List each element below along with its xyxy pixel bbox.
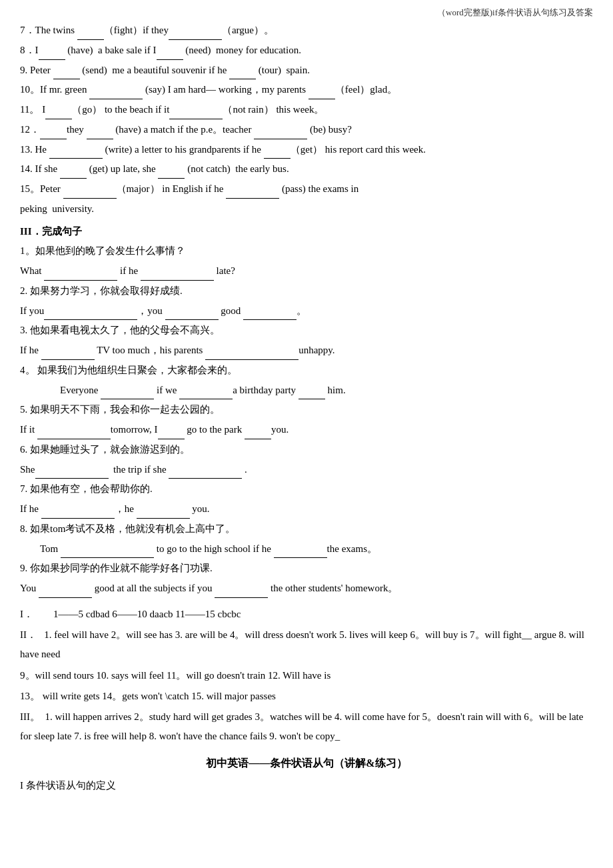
answer3-label: III。	[20, 711, 40, 722]
blank-s3-3a	[41, 350, 95, 360]
blank-s3-4b	[179, 389, 233, 399]
answer2-line2: 9。will send tours 10. says will feel 11。…	[20, 670, 330, 681]
q12: 12．they (have) a match if the p.e。teache…	[20, 121, 593, 139]
blank-s3-6a	[35, 469, 109, 479]
q7: 7．The twins （fight）if they（argue）。	[20, 21, 593, 40]
blank-9b	[229, 69, 256, 79]
s3-q1-en: What if he late?	[20, 262, 593, 281]
q8: 8．I (have) a bake sale if I (need) money…	[20, 41, 593, 60]
blank-8a	[39, 50, 65, 60]
answer1-content: 1——5 cdbad 6——10 daacb 11——15 cbcbc	[53, 609, 241, 619]
answer1-label: I．	[20, 609, 33, 619]
answer2-line3: 13。 will write gets 14。gets won't \catch…	[20, 691, 276, 701]
s3-q9-cn: 9. 你如果抄同学的作业就不能学好各门功课.	[20, 559, 593, 578]
s3-q2-en: If you，you good 。	[20, 302, 593, 321]
s3-q3-en: If he TV too much，his parents unhappy.	[20, 341, 593, 360]
blank-s3-2a	[44, 310, 137, 320]
answer-section2-line2: 9。will send tours 10. says will feel 11。…	[20, 666, 593, 685]
blank-s3-5c	[245, 429, 271, 439]
blank-s3-2c	[243, 310, 297, 320]
footer-section: I 条件状语从句的定义	[20, 777, 593, 795]
blank-10a	[89, 89, 143, 99]
main-content: 7．The twins （fight）if they（argue）。 8．I (…	[20, 21, 593, 795]
blank-15a	[63, 189, 117, 199]
blank-12b	[87, 129, 113, 139]
footer-subtitle: 初中英语——条件状语从句（讲解&练习）	[20, 753, 593, 773]
blank-11b	[169, 109, 223, 119]
blank-s3-8b	[274, 548, 327, 558]
blank-s3-7a	[41, 509, 115, 519]
blank-s3-8a	[61, 548, 154, 558]
page-header: （word完整版)if条件状语从句练习及答案	[20, 7, 593, 19]
blank-s3-5a	[37, 429, 111, 439]
blank-s3-5b	[158, 429, 185, 439]
blank-s3-1a	[44, 271, 117, 281]
answer-section3: III。 1. will happen arrives 2。study hard…	[20, 707, 593, 747]
answer-section1: I． 1——5 cdbad 6——10 daacb 11——15 cbcbc	[20, 605, 593, 624]
blank-s3-7b	[137, 509, 190, 519]
s3-q4-en: Everyone if we a birthday party him.	[20, 381, 593, 400]
s3-q1-cn: 1。如果他到的晚了会发生什么事情？	[20, 242, 593, 261]
s3-q5-cn: 5. 如果明天不下雨，我会和你一起去公园的。	[20, 401, 593, 419]
s3-q2-cn: 2. 如果努力学习，你就会取得好成绩.	[20, 282, 593, 301]
q13: 13. He (write) a letter to his grandpare…	[20, 141, 593, 159]
blank-13a	[49, 149, 103, 159]
s3-q7-cn: 7. 如果他有空，他会帮助你的.	[20, 480, 593, 499]
section3-title: III．完成句子	[20, 223, 593, 241]
subtitle-text: 初中英语——条件状语从句（讲解&练习）	[206, 757, 406, 769]
blank-s3-4a	[101, 389, 154, 399]
s3-q4-cn: 4。 如果我们为他组织生日聚会，大家都会来的。	[20, 361, 593, 380]
blank-s3-6b	[169, 469, 242, 479]
s3-q6-cn: 6. 如果她睡过头了，就会旅游迟到的。	[20, 441, 593, 459]
answer-section2-label: II． 1. feel will have 2。will see has 3. …	[20, 625, 593, 665]
blank-15b	[226, 189, 279, 199]
blank-11a	[45, 109, 72, 119]
s3-q8-en: Tom to go to the high school if he the e…	[20, 540, 593, 559]
blank-10b	[308, 89, 335, 99]
section-label: I 条件状语从句的定义	[20, 780, 116, 791]
s3-q3-cn: 3. 他如果看电视太久了，他的父母会不高兴。	[20, 321, 593, 340]
blank-13b	[264, 149, 291, 159]
q9: 9. Peter (send) me a beautiful souvenir …	[20, 61, 593, 80]
answer2-label: II．	[20, 629, 37, 640]
blank-7a	[77, 30, 104, 40]
blank-14a	[60, 169, 87, 179]
blank-s3-3b	[205, 350, 299, 360]
blank-s3-2b	[165, 310, 219, 320]
header-title: （word完整版)if条件状语从句练习及答案	[437, 7, 593, 17]
q15-line1: 15。Peter （major） in English if he (pass)…	[20, 180, 593, 199]
blank-12a	[40, 129, 67, 139]
blank-s3-4c	[299, 389, 325, 399]
q10: 10。If mr. green (say) I am hard— working…	[20, 81, 593, 99]
blank-12c	[254, 129, 307, 139]
answers: I． 1——5 cdbad 6——10 daacb 11——15 cbcbc I…	[20, 605, 593, 747]
blank-s3-1b	[141, 271, 214, 281]
q11: 11。 I（go） to the beach if it（not rain） t…	[20, 101, 593, 119]
blank-s3-9a	[39, 588, 92, 598]
s3-q5-en: If it tomorrow, I go to the park you.	[20, 421, 593, 439]
s3-q6-en: She the trip if she .	[20, 461, 593, 479]
blank-7b	[169, 30, 222, 40]
s3-q7-en: If he ，he you.	[20, 500, 593, 519]
s3-q9-en: You good at all the subjects if you the …	[20, 579, 593, 598]
q14: 14. If she (get) up late, she (not catch…	[20, 160, 593, 179]
blank-8b	[157, 50, 183, 60]
answer3-line1: 1. will happen arrives 2。study hard will…	[20, 711, 583, 741]
answer-section2-line3: 13。 will write gets 14。gets won't \catch…	[20, 687, 593, 706]
blank-9a	[53, 69, 80, 79]
blank-14b	[158, 169, 185, 179]
blank-s3-9b	[215, 588, 268, 598]
answer2-line1: 1. feel will have 2。will see has 3. are …	[20, 629, 584, 659]
q15-line2: peking university.	[20, 200, 593, 219]
s3-q8-cn: 8. 如果tom考试不及格，他就没有机会上高中了。	[20, 520, 593, 539]
